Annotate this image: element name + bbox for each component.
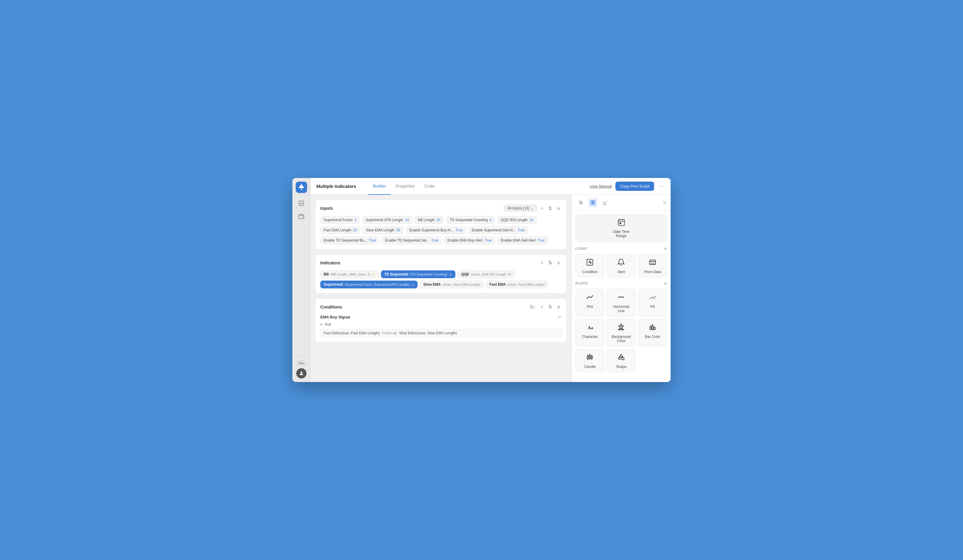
sidebar-item-analytics[interactable]: [296, 198, 307, 209]
tag-enable-supertrend-buy[interactable]: Enable Supertrend Buy Al... True: [406, 226, 466, 234]
svg-text:Aa: Aa: [588, 325, 593, 330]
all-inputs-badge[interactable]: All inputs (13) ⌄: [504, 205, 537, 212]
tag-supertrend-factor[interactable]: Supertrend Factor 3: [320, 216, 360, 224]
user-manual-link[interactable]: User Manual: [590, 184, 612, 188]
logic-section: LOGIC ∧: [576, 246, 667, 277]
plots-grid: Plot HorizontalLine: [576, 289, 667, 372]
character-icon: Aa: [586, 323, 594, 333]
inputs-collapse-button[interactable]: ∧: [556, 205, 562, 212]
tab-properties[interactable]: Properties: [391, 178, 420, 195]
sidebar-item-wallet[interactable]: [296, 211, 307, 222]
tag-enable-ema-buy[interactable]: Enable EMA Buy Alert True: [444, 236, 495, 244]
bar-color-icon: [649, 323, 657, 333]
svg-rect-32: [587, 356, 588, 359]
tab-code[interactable]: Code: [420, 178, 439, 195]
condition-and-label[interactable]: And: [324, 322, 331, 327]
svg-rect-35: [589, 355, 590, 358]
plots-section-header: PLOTS ∧: [576, 281, 667, 286]
indicators-tags: BB (BB Length, SMA, close, 2) ⚠ TD Seque…: [320, 270, 562, 288]
panel-tab-chart[interactable]: [600, 198, 610, 207]
plot-card-shape[interactable]: Shape: [607, 349, 636, 372]
logic-card-alert[interactable]: Alert: [607, 254, 636, 277]
plot-card-candle[interactable]: Candle: [576, 349, 604, 372]
copy-pine-script-button[interactable]: Copy Pine Script: [615, 181, 654, 191]
more-options-button[interactable]: ···: [658, 182, 665, 191]
conditions-add-button[interactable]: +: [540, 304, 545, 310]
datetime-range-card[interactable]: Date TimeRange: [576, 214, 667, 242]
conditions-reorder-button[interactable]: ⇅↕: [529, 303, 537, 310]
background-color-icon: [617, 323, 625, 333]
conditions-header: Conditions ⇅↕ + ⇅ ∧: [320, 303, 562, 310]
price-data-card-label: Price Data: [644, 270, 661, 274]
indicators-controls: + ⇅ ∧: [540, 259, 562, 266]
header: Multiple Indicators Builder Properties C…: [310, 178, 671, 195]
sidebar-more[interactable]: ···: [299, 352, 303, 358]
inputs-title: Inputs: [320, 206, 502, 211]
indicators-add-button[interactable]: +: [540, 260, 545, 266]
plot-card-plot[interactable]: Plot: [576, 289, 604, 316]
panel-tab-visual[interactable]: [588, 198, 598, 207]
tag-bb-length[interactable]: BB Length 20: [415, 216, 444, 224]
svg-point-5: [581, 203, 583, 204]
horizontal-line-card-label: HorizontalLine: [613, 304, 629, 313]
candle-icon: [586, 353, 594, 363]
svg-rect-8: [591, 201, 593, 202]
shape-icon: [617, 353, 625, 363]
conditions-controls: ⇅↕ + ⇅ ∧: [529, 303, 562, 310]
header-actions: User Manual Copy Pine Script ···: [590, 181, 665, 191]
sidebar-logo[interactable]: [296, 181, 307, 193]
user-avatar[interactable]: [296, 368, 306, 379]
plots-section: PLOTS ∧ Plot: [576, 281, 667, 372]
tag-slow-ema[interactable]: Slow EMA Length 50: [363, 226, 404, 234]
alert-icon: [617, 258, 625, 268]
condition-edit-button[interactable]: ✏: [558, 314, 562, 319]
tag-enable-td-buy[interactable]: Enable TD Sequential Bu... True: [320, 236, 379, 244]
center-panel: Inputs All inputs (13) ⌄ + ⇅ ∧: [310, 195, 572, 382]
indicator-bb[interactable]: BB (BB Length, SMA, close, 2) ⚠: [320, 270, 379, 278]
tag-fast-ema[interactable]: Fast EMA Length 20: [320, 226, 360, 234]
tag-enable-td-sell[interactable]: Enable TD Sequential Sel... True: [382, 236, 442, 244]
inputs-add-button[interactable]: +: [540, 205, 545, 212]
plot-card-fill[interactable]: Fill: [638, 289, 667, 316]
tag-enable-ema-sell[interactable]: Enable EMA Sell Alert True: [498, 236, 548, 244]
indicator-td-sequential[interactable]: TD Sequential (TD Sequential Counting) ⚠: [381, 270, 456, 278]
indicator-supertrend[interactable]: Supertrend (Supertrend Factor, Supertren…: [320, 281, 418, 288]
plot-card-character[interactable]: Aa Character: [576, 319, 604, 346]
condition-chevron[interactable]: ▾: [320, 322, 322, 327]
inputs-controls: + ⇅ ∧: [540, 205, 562, 212]
svg-rect-42: [622, 358, 624, 360]
logic-card-condition[interactable]: Condition: [576, 254, 604, 277]
indicators-header: Indicators + ⇅ ∧: [320, 259, 562, 266]
plot-icon: [586, 293, 594, 303]
plots-collapse-button[interactable]: ∧: [664, 281, 667, 286]
inputs-sort-button[interactable]: ⇅: [547, 205, 553, 212]
inputs-section: Inputs All inputs (13) ⌄ + ⇅ ∧: [315, 199, 567, 249]
panel-close-button[interactable]: ✕: [663, 200, 666, 206]
plot-card-bar-color[interactable]: Bar Color: [638, 319, 667, 346]
logic-card-price-data[interactable]: Price Data: [638, 254, 667, 277]
plot-card-horizontal-line[interactable]: HorizontalLine: [607, 289, 636, 316]
ultra-badge: Ultra: [296, 361, 306, 366]
indicator-slow-ema[interactable]: Slow EMA (close, Slow EMA Length): [420, 281, 483, 288]
indicator-qqe[interactable]: QQE (close, QQE RSI Length, 5): [458, 270, 514, 278]
conditions-collapse-button[interactable]: ∧: [556, 303, 562, 310]
condition-icon: [586, 258, 594, 268]
panel-tab-toggle[interactable]: [576, 198, 586, 207]
bar-color-card-label: Bar Color: [645, 335, 660, 339]
logic-collapse-button[interactable]: ∧: [664, 246, 667, 251]
condition-and-row: ▾ And: [320, 322, 562, 327]
condition-detail-row: Fast EMA(close, Fast EMA Length) Cross u…: [320, 329, 562, 337]
indicator-fast-ema[interactable]: Fast EMA (close, Fast EMA Length): [486, 281, 548, 288]
indicators-section: Indicators + ⇅ ∧ BB (BB Length, SMA, clo…: [315, 254, 567, 293]
alert-card-label: Alert: [618, 270, 625, 274]
conditions-sort-button[interactable]: ⇅: [547, 303, 553, 310]
tag-enable-supertrend-sell[interactable]: Enable Supertrend Sell Al... True: [468, 226, 528, 234]
tag-supertrend-atr[interactable]: Supertrend ATR Length 10: [362, 216, 412, 224]
plot-card-background-color[interactable]: BackgroundColor: [607, 319, 636, 346]
tag-qqe-rsi[interactable]: QQE RSI Length 14: [497, 216, 537, 224]
indicators-collapse-button[interactable]: ∧: [556, 259, 562, 266]
tag-td-sequential[interactable]: TD Sequential Counting 9: [446, 216, 495, 224]
indicators-sort-button[interactable]: ⇅: [547, 259, 553, 266]
datetime-card-label: Date TimeRange: [579, 230, 663, 238]
tab-builder[interactable]: Builder: [368, 178, 391, 195]
